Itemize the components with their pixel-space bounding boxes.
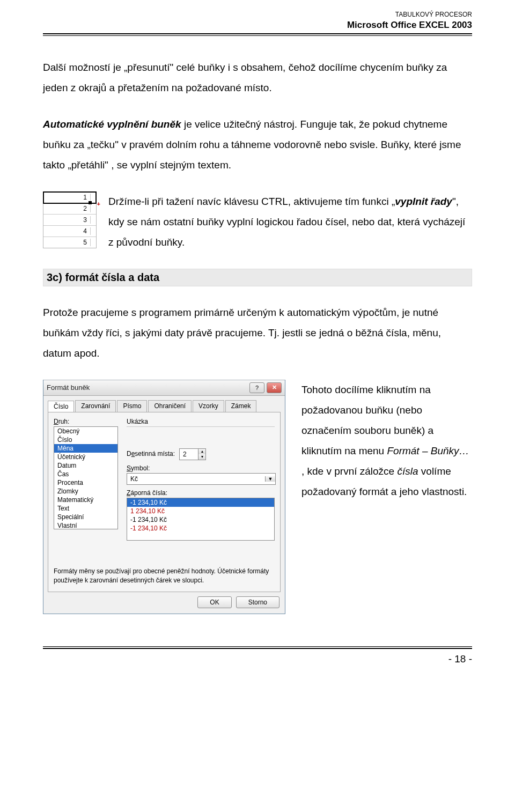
header-title: Microsoft Office EXCEL 2003: [43, 19, 472, 31]
symbol-value: Kč: [127, 475, 265, 483]
ok-button[interactable]: OK: [197, 596, 231, 608]
category-listbox[interactable]: Obecný Číslo Měna Účetnický Datum Čas Pr…: [54, 426, 118, 529]
tab-number[interactable]: Číslo: [48, 401, 74, 412]
list-item[interactable]: Datum: [54, 461, 117, 470]
term-autofill: Automatické vyplnění buněk: [43, 119, 181, 130]
list-item[interactable]: Speciální: [54, 513, 117, 521]
fill-handle-icon: [89, 201, 92, 204]
list-item[interactable]: -1 234,10 Kč: [127, 498, 274, 507]
list-item[interactable]: Matematický: [54, 496, 117, 504]
list-item[interactable]: Text: [54, 504, 117, 513]
term-fill-series: vyplnit řady: [395, 196, 452, 207]
list-item[interactable]: Měna: [54, 444, 117, 453]
autofill-figure: 1 + 2 3 4 5: [43, 191, 97, 248]
dialog-tabs: Číslo Zarovnání Písmo Ohraničení Vzorky …: [43, 396, 285, 412]
menu-path: Formát – Buňky…: [387, 445, 469, 456]
format-cells-dialog: Formát buněk ? ✕ Číslo Zarovnání Písmo O…: [43, 380, 285, 614]
tab-font[interactable]: Písmo: [117, 400, 147, 412]
list-item[interactable]: Číslo: [54, 435, 117, 444]
paragraph-number-format: Protože pracujeme s programem primárně u…: [43, 302, 472, 364]
decimal-value: 2: [180, 451, 198, 458]
divider: [43, 35, 472, 36]
tab-protection[interactable]: Zámek: [225, 400, 257, 412]
cancel-button[interactable]: Storno: [236, 596, 279, 608]
paragraph-autofill: Automatické vyplnění buněk je velice uži…: [43, 114, 472, 175]
chevron-down-icon: ▼: [265, 476, 275, 482]
paragraph-move-cell: Další možností je „přesunutí" celé buňky…: [43, 57, 472, 98]
list-item[interactable]: Zlomky: [54, 487, 117, 496]
decimal-label: Desetinná místa:: [127, 450, 175, 457]
divider: [43, 33, 472, 34]
section-heading-3c: 3c) formát čísla a data: [43, 269, 472, 286]
spin-up-icon[interactable]: ▴: [198, 449, 205, 454]
page-number: - 18 -: [43, 653, 472, 665]
cell-value: 5: [43, 239, 91, 246]
tab-alignment[interactable]: Zarovnání: [75, 400, 116, 412]
spin-down-icon[interactable]: ▾: [198, 454, 205, 460]
symbol-combobox[interactable]: Kč ▼: [127, 473, 276, 485]
list-item[interactable]: Procenta: [54, 478, 117, 487]
list-item[interactable]: -1 234,10 Kč: [127, 524, 274, 533]
list-item[interactable]: Obecný: [54, 427, 117, 435]
negative-listbox[interactable]: -1 234,10 Kč 1 234,10 Kč -1 234,10 Kč -1…: [127, 498, 275, 541]
cell-value: 2: [43, 205, 91, 212]
list-item[interactable]: 1 234,10 Kč: [127, 507, 274, 515]
paragraph-fill-series: Držíme-li při tažení navíc klávesu CTRL,…: [108, 191, 472, 253]
list-item[interactable]: Čas: [54, 470, 117, 478]
cell-value: 3: [43, 216, 91, 224]
category-label: Druh:: [54, 418, 118, 425]
decimal-spinner[interactable]: 2 ▴▾: [179, 448, 206, 460]
dialog-titlebar: Formát buněk ? ✕: [43, 380, 285, 396]
divider: [43, 648, 472, 649]
paragraph-format-menu: Tohoto docílíme kliknutím na požadovanou…: [301, 380, 472, 502]
dialog-help-text: Formáty měny se používají pro obecné pen…: [54, 567, 275, 585]
negative-label: Záporná čísla:: [127, 489, 275, 497]
sample-box: [127, 428, 275, 443]
dialog-title: Formát buněk: [47, 383, 249, 392]
plus-cursor-icon: +: [97, 201, 100, 207]
list-item[interactable]: Vlastní: [54, 521, 117, 529]
cell-value: 1: [43, 194, 91, 201]
list-item[interactable]: -1 234,10 Kč: [127, 515, 274, 524]
divider: [43, 646, 472, 647]
help-button[interactable]: ?: [249, 382, 264, 393]
tab-name: čísla: [397, 466, 418, 477]
cell-value: 4: [43, 227, 91, 235]
close-button[interactable]: ✕: [267, 382, 282, 393]
symbol-label: Symbol:: [127, 464, 275, 472]
tab-patterns[interactable]: Vzorky: [193, 400, 224, 412]
sample-label: Ukázka: [127, 418, 275, 427]
header-subtitle: TABULKOVÝ PROCESOR: [43, 11, 472, 19]
tab-border[interactable]: Ohraničení: [148, 400, 192, 412]
list-item[interactable]: Účetnický: [54, 453, 117, 461]
